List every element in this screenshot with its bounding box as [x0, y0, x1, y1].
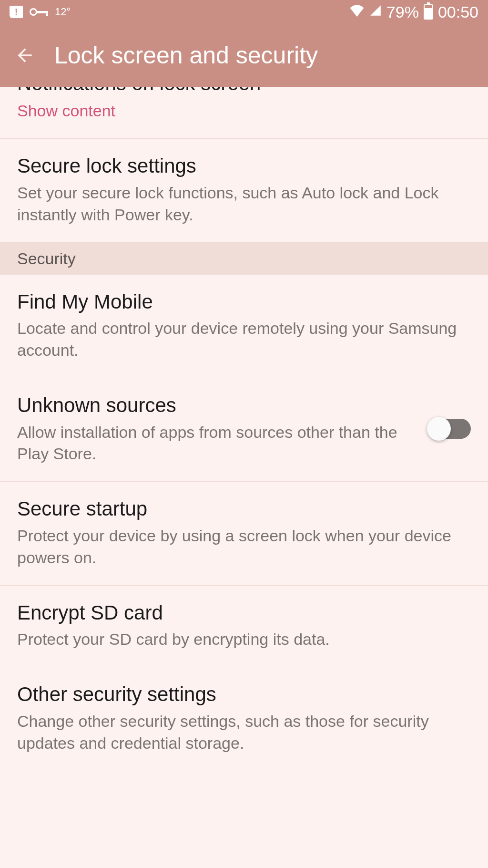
page-title: Lock screen and security: [54, 41, 318, 69]
toggle-thumb: [427, 417, 451, 441]
setting-description: Change other security settings, such as …: [17, 711, 471, 754]
settings-list[interactable]: Notifications on lock screen Show conten…: [0, 87, 488, 868]
setting-title: Secure lock settings: [17, 153, 471, 179]
setting-title: Unknown sources: [17, 393, 416, 419]
temperature-indicator: 12°: [55, 6, 71, 18]
battery-percentage: 79%: [386, 3, 419, 21]
setting-description: Locate and control your device remotely …: [17, 318, 471, 362]
clock-time: 00:50: [438, 3, 478, 21]
setting-description: Protect your SD card by encrypting its d…: [17, 629, 471, 651]
app-bar: Lock screen and security: [0, 24, 488, 87]
setting-title: Notifications on lock screen: [17, 87, 471, 97]
setting-title: Find My Mobile: [17, 289, 471, 315]
setting-value: Show content: [17, 100, 471, 123]
setting-encrypt-sd[interactable]: Encrypt SD card Protect your SD card by …: [0, 586, 488, 667]
setting-secure-lock[interactable]: Secure lock settings Set your secure loc…: [0, 139, 488, 242]
status-left: 12°: [10, 6, 71, 18]
status-right: 79% 00:50: [349, 3, 478, 21]
setting-title: Other security settings: [17, 682, 471, 708]
setting-notifications-lock-screen[interactable]: Notifications on lock screen Show conten…: [0, 87, 488, 139]
section-header-security: Security: [0, 243, 488, 275]
sd-card-alert-icon: [10, 6, 23, 18]
setting-secure-startup[interactable]: Secure startup Protect your device by us…: [0, 482, 488, 585]
setting-title: Secure startup: [17, 496, 471, 522]
unknown-sources-toggle[interactable]: [430, 419, 471, 439]
wifi-icon: [349, 4, 365, 20]
signal-icon: [369, 4, 382, 20]
setting-find-my-mobile[interactable]: Find My Mobile Locate and control your d…: [0, 275, 488, 378]
setting-description: Protect your device by using a screen lo…: [17, 525, 471, 569]
setting-other-security[interactable]: Other security settings Change other sec…: [0, 667, 488, 770]
setting-unknown-sources[interactable]: Unknown sources Allow installation of ap…: [0, 378, 488, 482]
battery-icon: [424, 4, 433, 20]
back-button[interactable]: [14, 45, 35, 66]
setting-description: Set your secure lock functions, such as …: [17, 182, 471, 226]
vpn-key-icon: [30, 8, 48, 16]
setting-title: Encrypt SD card: [17, 600, 471, 626]
setting-description: Allow installation of apps from sources …: [17, 422, 416, 465]
status-bar: 12° 79% 00:50: [0, 0, 488, 24]
